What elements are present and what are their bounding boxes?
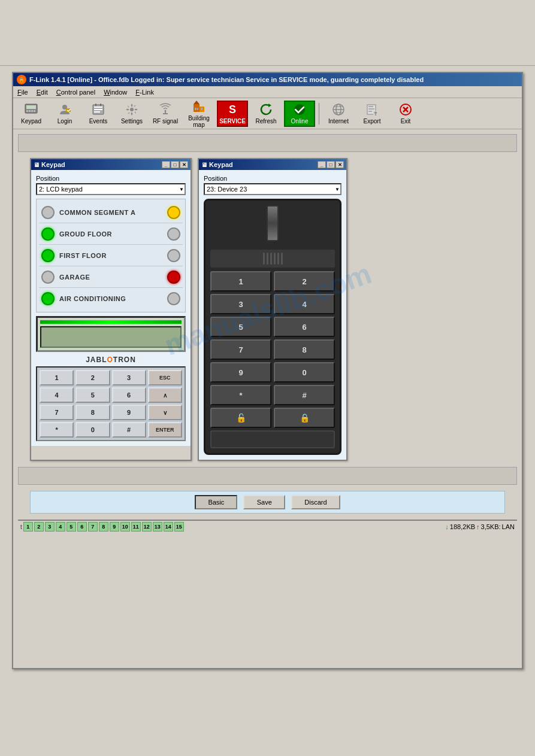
menu-file[interactable]: File <box>16 88 30 96</box>
kp-btn-5[interactable]: 5 <box>75 387 110 403</box>
save-button[interactable]: Save <box>243 495 285 509</box>
keypad1-minimize-button[interactable]: _ <box>162 161 170 168</box>
top-gray-area <box>0 0 535 66</box>
keypads-container: manualslib.com 🖥 Keypad _ □ ✕ <box>30 158 505 461</box>
status-seg-5[interactable]: 5 <box>67 522 76 532</box>
svg-rect-4 <box>31 110 33 112</box>
svg-marker-19 <box>194 101 200 104</box>
refresh-icon <box>259 102 273 117</box>
refresh-button[interactable]: Refresh <box>250 101 282 127</box>
jablotron-dot: O <box>107 356 113 364</box>
dev-btn-3[interactable]: 3 <box>210 294 271 314</box>
dev-btn-4[interactable]: 4 <box>274 294 335 314</box>
exit-button[interactable]: Exit <box>390 101 421 127</box>
svg-marker-23 <box>268 104 271 107</box>
keypad1-position-select[interactable]: 2: LCD keypad <box>36 183 186 195</box>
building-map-button[interactable]: Building map <box>183 101 214 127</box>
dev-btn-unlock[interactable]: 🔓 <box>210 408 271 428</box>
keypad1-position-row: Position 2: LCD keypad <box>36 175 186 195</box>
kp-btn-0[interactable]: 0 <box>75 422 110 438</box>
dev-btn-star[interactable]: * <box>210 385 271 405</box>
keypad1-win-controls: _ □ ✕ <box>162 161 188 168</box>
kp-btn-2[interactable]: 2 <box>75 370 110 385</box>
dev-btn-hash[interactable]: # <box>274 385 335 405</box>
svg-rect-2 <box>26 110 28 112</box>
keypad1-close-button[interactable]: ✕ <box>180 161 188 168</box>
keypad2-win-controls: _ □ ✕ <box>318 161 344 168</box>
kp-btn-down[interactable]: ∨ <box>148 405 182 420</box>
status-seg-4[interactable]: 4 <box>56 522 65 532</box>
kp-btn-star[interactable]: * <box>40 422 74 438</box>
online-label: Online <box>291 118 309 125</box>
discard-button[interactable]: Discard <box>291 495 340 509</box>
app-window: 🔒 F-Link 1.4.1 [Online] - Office.fdb Log… <box>12 72 523 669</box>
kp-btn-up[interactable]: ∧ <box>148 387 182 403</box>
status-seg-11[interactable]: 11 <box>131 522 141 532</box>
service-button[interactable]: S SERVICE <box>217 101 248 127</box>
kp-btn-8[interactable]: 8 <box>75 405 110 420</box>
status-bar: t 1 2 3 4 5 6 7 8 9 10 11 12 13 14 15 ↓ … <box>18 520 517 533</box>
export-button[interactable]: Export <box>356 101 388 127</box>
keypad2-close-button[interactable]: ✕ <box>335 161 344 168</box>
keypad-button[interactable]: Keypad <box>16 101 47 127</box>
online-button[interactable]: Online <box>284 101 315 127</box>
keypad2-title-left: 🖥 Keypad <box>201 161 233 168</box>
keypad2-maximize-button[interactable]: □ <box>327 161 335 168</box>
keypad1-maximize-button[interactable]: □ <box>171 161 179 168</box>
exit-icon <box>398 102 413 117</box>
svg-rect-20 <box>195 108 197 110</box>
kp-btn-4[interactable]: 4 <box>40 387 74 403</box>
status-seg-13[interactable]: 13 <box>153 522 162 532</box>
dev-btn-8[interactable]: 8 <box>274 339 335 360</box>
kp-btn-enter[interactable]: ENTER <box>148 422 182 438</box>
lcd-green-bar <box>40 320 182 324</box>
status-seg-12[interactable]: 12 <box>142 522 152 532</box>
menu-window[interactable]: Window <box>102 88 129 96</box>
kp-btn-hash[interactable]: # <box>112 422 146 438</box>
menu-flink[interactable]: F-Link <box>134 88 156 96</box>
svg-rect-16 <box>163 113 168 114</box>
dev-btn-7[interactable]: 7 <box>210 339 271 360</box>
dev-btn-2[interactable]: 2 <box>274 271 335 292</box>
dev-btn-6[interactable]: 6 <box>274 317 335 337</box>
dev-btn-9[interactable]: 9 <box>210 362 271 382</box>
status-seg-7[interactable]: 7 <box>88 522 98 532</box>
kp-btn-6[interactable]: 6 <box>112 387 146 403</box>
dev-btn-5[interactable]: 5 <box>210 317 271 337</box>
kp-btn-esc[interactable]: ESC <box>148 370 182 385</box>
keypad-label: Keypad <box>21 118 41 125</box>
status-seg-8[interactable]: 8 <box>99 522 108 532</box>
status-seg-9[interactable]: 9 <box>110 522 119 532</box>
kp-btn-1[interactable]: 1 <box>40 370 74 385</box>
kp-btn-3[interactable]: 3 <box>112 370 146 385</box>
dev-btn-1[interactable]: 1 <box>210 271 271 292</box>
rf-signal-button[interactable]: RF signal <box>150 101 181 127</box>
basic-button[interactable]: Basic <box>195 495 237 509</box>
segment1-name: GROUD FLOOR <box>59 230 167 238</box>
status-seg-15[interactable]: 15 <box>174 522 184 532</box>
svg-rect-3 <box>29 110 31 112</box>
toolbar-separator <box>319 103 319 125</box>
settings-button[interactable]: Settings <box>116 101 147 127</box>
status-seg-6[interactable]: 6 <box>77 522 87 532</box>
svg-rect-11 <box>94 111 100 113</box>
svg-rect-31 <box>368 106 373 107</box>
menu-control-panel[interactable]: Control panel <box>55 88 97 96</box>
status-seg-10[interactable]: 10 <box>120 522 130 532</box>
menu-edit[interactable]: Edit <box>35 88 50 96</box>
keypad2-minimize-button[interactable]: _ <box>318 161 326 168</box>
status-seg-2[interactable]: 2 <box>34 522 44 532</box>
kp-btn-9[interactable]: 9 <box>112 405 146 420</box>
internet-button[interactable]: Internet <box>323 101 354 127</box>
keypad2-position-select[interactable]: 23: Device 23 <box>204 183 341 195</box>
dev-btn-0[interactable]: 0 <box>274 362 335 382</box>
status-seg-3[interactable]: 3 <box>45 522 55 532</box>
login-button[interactable]: Login <box>49 101 80 127</box>
title-bar: 🔒 F-Link 1.4.1 [Online] - Office.fdb Log… <box>13 73 522 86</box>
status-seg-1[interactable]: 1 <box>23 522 33 532</box>
lcd-display-area <box>36 316 186 352</box>
kp-btn-7[interactable]: 7 <box>40 405 74 420</box>
dev-btn-lock[interactable]: 🔒 <box>274 408 335 428</box>
status-seg-14[interactable]: 14 <box>164 522 173 532</box>
events-button[interactable]: Events <box>83 101 114 127</box>
